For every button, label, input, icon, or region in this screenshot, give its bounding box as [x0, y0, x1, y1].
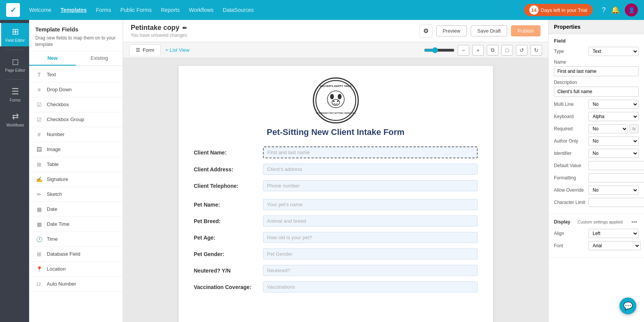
nav-forms[interactable]: Forms: [96, 7, 111, 13]
zoom-slider[interactable]: [424, 47, 455, 53]
prop-allow-override-select[interactable]: NoYes: [588, 186, 639, 195]
field-pet-name[interactable]: Your pet's name: [263, 199, 478, 210]
prop-name-input[interactable]: [554, 66, 639, 76]
sidebar-item-page-editor[interactable]: ◻ Page Editor: [0, 53, 29, 76]
logo-svg: HELVER'S HAPPY TAILS SOMERSET PET-SITTIN…: [315, 79, 357, 122]
label-client-address: Client Address:: [194, 166, 263, 172]
nav-public-forms[interactable]: Public Forms: [120, 7, 152, 13]
edit-title-icon[interactable]: ✏: [182, 25, 187, 31]
prop-align-select[interactable]: LeftCenterRight: [588, 229, 639, 238]
field-item-label-checkbox: Checkbox: [47, 102, 69, 107]
checkbox-field-icon: ☑: [35, 101, 43, 108]
field-item-auto-number[interactable]: 12. Auto Number: [29, 277, 123, 292]
display-dots-button[interactable]: •••: [630, 218, 639, 226]
prop-font-row: Font ArialTimes New RomanHelvetica: [554, 241, 639, 250]
prop-allow-override-row: Allow Override NoYes: [554, 186, 639, 195]
notification-icon[interactable]: 🔔: [611, 6, 619, 14]
app-logo[interactable]: ✓: [6, 3, 20, 17]
field-item-database-field[interactable]: ⊞ Database Field: [29, 247, 123, 262]
field-item-sketch[interactable]: ✏ Sketch: [29, 187, 123, 202]
save-draft-button[interactable]: Save Draft: [471, 25, 507, 36]
nav-welcome[interactable]: Welcome: [29, 7, 51, 13]
prop-author-only-select[interactable]: NoYes: [588, 136, 639, 146]
fields-panel: Template Fields Drag new fields to map t…: [29, 20, 123, 322]
prop-formatting-row: Formatting fx: [554, 173, 639, 182]
field-item-number[interactable]: # Number: [29, 127, 123, 142]
field-pet-gender[interactable]: Pet Gender: [263, 248, 478, 260]
workflows-icon: ⇄: [12, 112, 19, 122]
field-item-date[interactable]: ▦ Date: [29, 202, 123, 217]
field-item-checkbox-group[interactable]: ☑ Checkbox Group: [29, 112, 123, 127]
zoom-in-button[interactable]: +: [472, 45, 484, 56]
prop-formatting-input[interactable]: [588, 173, 644, 182]
prop-font-select[interactable]: ArialTimes New RomanHelvetica: [588, 241, 641, 250]
prop-char-limit-input[interactable]: [588, 198, 644, 207]
chat-bubble[interactable]: 💬: [619, 297, 636, 314]
preview-button[interactable]: Preview: [436, 25, 467, 36]
nav-templates[interactable]: Templates: [61, 7, 87, 13]
field-client-address[interactable]: Client's address: [263, 164, 478, 175]
redo-button[interactable]: ↻: [531, 45, 542, 56]
field-client-name[interactable]: First and last name: [263, 146, 478, 158]
nav-datasources[interactable]: DataSources: [223, 7, 254, 13]
field-item-table[interactable]: ⊞ Table: [29, 157, 123, 172]
nav-workflows[interactable]: Workflows: [189, 7, 214, 13]
main-layout: ⊞ Field Editor ◻ Page Editor ☰ Forms ⇄ W…: [0, 20, 644, 322]
field-item-dropdown[interactable]: ≡ Drop Down: [29, 82, 123, 97]
nav-reports[interactable]: Reports: [161, 7, 180, 13]
tab-existing[interactable]: Existing: [76, 51, 123, 66]
field-editor-icon: ⊞: [12, 27, 19, 37]
field-pet-breed[interactable]: Animal and breed: [263, 215, 478, 227]
prop-required-select[interactable]: NoYes: [588, 124, 628, 133]
trial-badge: 14 Days left in your Trial: [524, 4, 593, 16]
copy-button[interactable]: ⧉: [487, 45, 498, 56]
prop-identifier-select[interactable]: NoYes: [588, 149, 639, 158]
tab-new[interactable]: New: [29, 51, 76, 66]
rect-button[interactable]: □: [501, 45, 513, 56]
settings-button[interactable]: ⚙: [419, 25, 432, 38]
form-row-pet-breed: Pet Breed: Animal and breed: [194, 215, 478, 227]
field-item-checkbox[interactable]: ☑ Checkbox: [29, 97, 123, 112]
required-fx-button[interactable]: fx: [629, 124, 639, 133]
signature-field-icon: ✍: [35, 176, 43, 183]
field-item-text[interactable]: T Text: [29, 67, 123, 82]
field-item-image[interactable]: 🖼 Image: [29, 142, 123, 157]
help-icon[interactable]: ?: [602, 6, 606, 14]
custom-settings-badge: Custom settings applied: [578, 220, 623, 224]
prop-description-input[interactable]: [554, 87, 639, 97]
zoom-out-button[interactable]: −: [458, 45, 469, 56]
field-vaccination[interactable]: Vaccinations: [263, 281, 478, 292]
time-field-icon: 🕐: [35, 235, 43, 243]
field-client-telephone[interactable]: Phone number: [263, 180, 478, 191]
prop-multiline-select[interactable]: NoYes: [588, 100, 639, 109]
sidebar-item-workflows[interactable]: ⇄ Workflows: [0, 108, 29, 131]
publish-button[interactable]: Publish: [511, 25, 540, 36]
form-tab[interactable]: ☰ Form: [129, 44, 161, 56]
form-title: Pet-Sitting New Client Intake Form: [194, 127, 478, 137]
list-view-button[interactable]: + List View: [165, 47, 189, 53]
field-item-location[interactable]: 📍 Location: [29, 262, 123, 277]
prop-default-value-input[interactable]: [588, 161, 644, 170]
prop-align-row: Align LeftCenterRight: [554, 229, 639, 238]
field-pet-age[interactable]: How old is your pet?: [263, 232, 478, 243]
field-neutered[interactable]: Neutered?: [263, 265, 478, 276]
form-tab-label: Form: [143, 47, 154, 53]
datetime-field-icon: ▦: [35, 220, 43, 228]
prop-default-value-row: Default Value fx: [554, 161, 639, 170]
label-neutered: Neutered? Y/N: [194, 268, 263, 274]
avatar[interactable]: 👤: [625, 3, 638, 16]
forms-icon: ☰: [12, 87, 19, 97]
form-tab-icon: ☰: [136, 47, 140, 53]
field-item-time[interactable]: 🕐 Time: [29, 232, 123, 247]
prop-type-select[interactable]: Text Drop Down Checkbox Number: [588, 47, 639, 56]
prop-keyboard-select[interactable]: AlphaNumeric: [588, 112, 639, 121]
undo-button[interactable]: ↺: [516, 45, 527, 56]
field-item-label-location: Location: [47, 266, 66, 272]
sidebar-item-field-editor[interactable]: ⊞ Field Editor: [0, 23, 29, 46]
table-field-icon: ⊞: [35, 161, 43, 168]
sidebar-item-forms[interactable]: ☰ Forms: [0, 83, 29, 106]
form-canvas: HELVER'S HAPPY TAILS SOMERSET PET-SITTIN…: [179, 66, 493, 322]
field-item-signature[interactable]: ✍ Signature: [29, 172, 123, 187]
prop-type-row: Type Text Drop Down Checkbox Number: [554, 47, 639, 56]
field-item-datetime[interactable]: ▦ Date Time: [29, 217, 123, 232]
